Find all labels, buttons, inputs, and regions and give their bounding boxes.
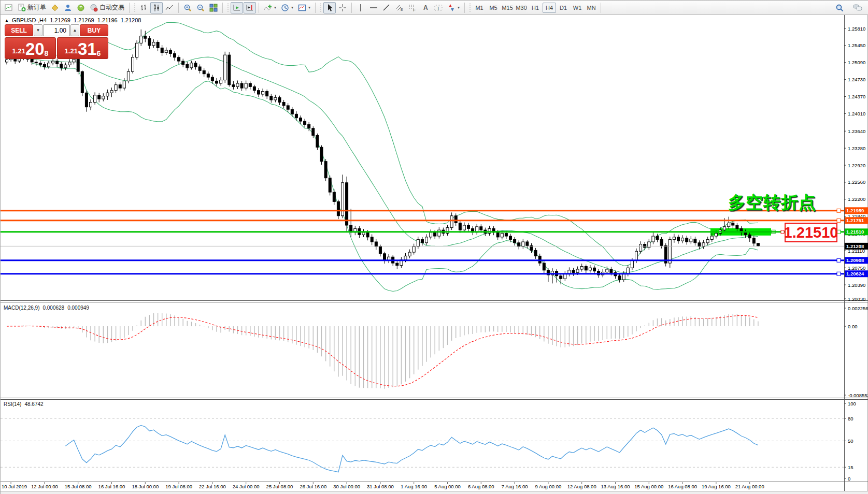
- candle-body: [421, 239, 423, 242]
- price-callout-box[interactable]: 1.21510: [785, 223, 837, 242]
- candle-body: [329, 178, 331, 192]
- candle-body: [85, 93, 88, 107]
- price-badge-label: 1.20624: [846, 271, 864, 277]
- candle-body: [132, 57, 134, 71]
- buy-price-point: 6: [97, 50, 101, 57]
- level-line-handle[interactable]: [837, 209, 841, 212]
- rsi-name: RSI(14): [4, 401, 21, 407]
- buy-price-tile[interactable]: 1.21316: [57, 37, 108, 59]
- collapse-panel-icon[interactable]: ▲: [5, 18, 9, 23]
- rsi-indicator-label: RSI(14) 48.6742: [4, 401, 44, 407]
- candle-body: [732, 223, 734, 225]
- candle-body: [748, 235, 751, 238]
- candle-body: [94, 95, 96, 103]
- rsi-tick-label: 100: [848, 401, 856, 406]
- candle-body: [282, 103, 285, 106]
- price-tick-label: 1.22920: [848, 163, 865, 168]
- candle-body: [6, 60, 8, 62]
- candle-body: [454, 216, 457, 223]
- turning-point-annotation[interactable]: 多空转折点: [728, 191, 822, 214]
- candle-body: [274, 97, 277, 100]
- candle-body: [198, 67, 201, 70]
- candle-body: [174, 53, 176, 57]
- date-label: 16 Jul 16:00: [98, 484, 125, 489]
- candle-body: [438, 230, 440, 236]
- volume-increase-button[interactable]: ▲: [70, 24, 79, 36]
- candle-body: [203, 70, 205, 74]
- price-tick-label: 1.22200: [848, 196, 865, 202]
- candle-body: [706, 239, 709, 242]
- candle-body: [526, 242, 529, 245]
- sell-price-tile[interactable]: 1.21208: [5, 37, 56, 59]
- buy-price-prefix: 1.21: [65, 47, 78, 55]
- buy-price-pips: 31: [78, 41, 97, 57]
- date-label: 18 Jul 00:00: [132, 484, 159, 489]
- price-tick-label: 1.20030: [848, 296, 865, 302]
- price-tick-label: 1.20750: [848, 265, 865, 271]
- candle-body: [56, 61, 59, 64]
- date-label: 10 Jul 2019: [2, 484, 27, 489]
- candle-body: [270, 96, 273, 100]
- price-tick-label: 1.24730: [848, 77, 865, 82]
- level-line-handle[interactable]: [837, 219, 841, 222]
- date-label: 9 Aug 00:00: [535, 484, 562, 489]
- level-line-handle[interactable]: [837, 272, 841, 275]
- candle-body: [115, 85, 117, 91]
- candle-body: [110, 91, 113, 93]
- sell-price-point: 8: [45, 50, 49, 57]
- candle-body: [467, 225, 470, 228]
- candle-body: [258, 91, 260, 94]
- candle-body: [606, 269, 608, 272]
- candle-body: [752, 238, 755, 243]
- candle-body: [295, 114, 297, 118]
- candle-body: [434, 233, 436, 236]
- candle-body: [300, 118, 302, 121]
- volume-input[interactable]: 1.00: [43, 24, 70, 36]
- candle-body: [333, 192, 335, 201]
- candle-body: [43, 64, 46, 67]
- candle-body: [509, 236, 512, 239]
- date-label: 25 Jul 08:00: [266, 484, 293, 489]
- ohlc-close: 1.21208: [121, 17, 141, 23]
- candle-body: [362, 233, 365, 235]
- level-line-handle[interactable]: [837, 258, 841, 262]
- candle-body: [90, 103, 92, 107]
- sell-price-pips: 20: [25, 41, 45, 57]
- macd-name: MACD(12,26,9): [4, 305, 39, 311]
- candle-body: [379, 246, 381, 254]
- candle-body: [668, 239, 671, 263]
- sell-button[interactable]: SELL: [5, 24, 33, 36]
- candle-body: [463, 225, 465, 230]
- candle-body: [585, 266, 587, 270]
- date-label: 16 Aug 08:00: [668, 484, 697, 489]
- candle-body: [207, 74, 209, 77]
- date-label: 26 Jul 16:00: [300, 484, 326, 489]
- buy-button[interactable]: BUY: [80, 24, 108, 36]
- candle-body: [522, 242, 524, 246]
- candle-body: [39, 63, 41, 65]
- rsi-tick-label: 50: [848, 438, 853, 444]
- one-click-trading-panel: SELL ▼ 1.00 ▲ BUY 1.21208 1.21316: [5, 24, 108, 59]
- candle-body: [404, 256, 407, 259]
- candle-body: [681, 238, 684, 241]
- candle-body: [291, 109, 293, 114]
- candle-body: [60, 64, 63, 68]
- candle-body: [715, 234, 717, 236]
- date-label: 1 Aug 16:00: [401, 484, 427, 489]
- date-label: 19 Jul 08:00: [165, 484, 192, 489]
- candle-body: [186, 64, 189, 67]
- main-chart-panel: [1, 22, 868, 482]
- chart-canvas[interactable]: 0.0022560.00-0.008553 1008050150 1.25810…: [1, 1, 868, 494]
- candle-body: [677, 237, 680, 241]
- date-label: 30 Jul 00:00: [333, 484, 360, 489]
- candle-body: [618, 276, 621, 280]
- candle-body: [744, 233, 747, 235]
- date-label: 7 Aug 16:00: [502, 484, 528, 489]
- mt4-window: 新订单 自动交易: [0, 0, 868, 494]
- candle-body: [119, 85, 121, 88]
- candle-body: [673, 237, 675, 240]
- volume-decrease-button[interactable]: ▼: [34, 24, 42, 36]
- candle-body: [538, 256, 541, 263]
- candle-body: [249, 83, 251, 86]
- candle-body: [710, 236, 713, 239]
